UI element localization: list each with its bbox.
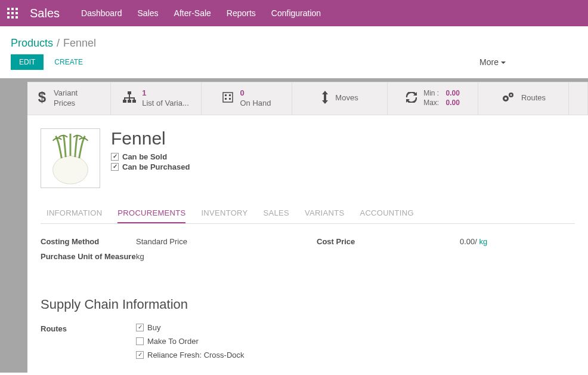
max-label: Max: bbox=[423, 99, 444, 108]
svg-rect-18 bbox=[134, 97, 135, 100]
tab-variants[interactable]: VARIANTS bbox=[305, 204, 344, 223]
route-mto-checkbox[interactable] bbox=[136, 337, 144, 345]
svg-rect-20 bbox=[225, 94, 227, 96]
svg-rect-2 bbox=[16, 8, 18, 10]
svg-rect-8 bbox=[16, 16, 18, 19]
more-button[interactable]: More bbox=[479, 57, 506, 67]
can-be-purchased-checkbox[interactable] bbox=[111, 163, 119, 171]
content-wrap: $ Variant Prices 1 List of Varia... 0 bbox=[0, 78, 588, 373]
product-name: Fennel bbox=[111, 128, 190, 149]
cogs-icon bbox=[501, 91, 515, 105]
stat-label: On Hand bbox=[240, 99, 271, 109]
app-brand: Sales bbox=[30, 7, 60, 20]
stat-moves[interactable]: Moves bbox=[292, 82, 388, 115]
more-label: More bbox=[479, 57, 499, 67]
costing-method-value: Standard Price bbox=[136, 237, 187, 246]
svg-rect-6 bbox=[7, 16, 10, 19]
svg-rect-4 bbox=[11, 12, 14, 14]
procurement-fields: Costing Method Standard Price Purchase U… bbox=[41, 237, 575, 267]
stat-routes[interactable]: Routes bbox=[478, 82, 569, 115]
breadcrumb-current: Fennel bbox=[63, 37, 96, 50]
stat-on-hand[interactable]: 0 On Hand bbox=[202, 82, 292, 115]
purchase-uom-value: kg bbox=[136, 252, 144, 261]
max-value: 0.00 bbox=[445, 99, 459, 108]
svg-rect-19 bbox=[223, 93, 233, 102]
cost-price-value: 0.00/ bbox=[460, 237, 479, 246]
min-value: 0.00 bbox=[445, 89, 459, 99]
tab-information[interactable]: INFORMATION bbox=[47, 204, 102, 223]
apps-icon[interactable] bbox=[7, 8, 18, 19]
stat-minmax[interactable]: Min : 0.00 Max: 0.00 bbox=[388, 82, 478, 115]
route-crossdock-label: Reliance Fresh: Cross-Dock bbox=[147, 351, 245, 359]
route-mto-label: Make To Order bbox=[147, 337, 199, 346]
purchase-uom-label: Purchase Unit of Measure bbox=[41, 252, 136, 261]
stat-label: Variant Prices bbox=[54, 88, 101, 109]
svg-rect-17 bbox=[129, 97, 130, 100]
svg-rect-21 bbox=[229, 94, 231, 96]
stat-label: Moves bbox=[335, 93, 358, 103]
chevron-down-icon bbox=[501, 57, 506, 67]
tab-procurements[interactable]: PROCUREMENTS bbox=[117, 204, 185, 223]
svg-text:$: $ bbox=[38, 90, 47, 104]
action-row: EDIT CREATE More bbox=[0, 54, 588, 78]
stat-num: 1 bbox=[142, 88, 189, 99]
svg-rect-16 bbox=[124, 97, 125, 100]
route-crossdock-checkbox[interactable] bbox=[136, 351, 144, 359]
min-label: Min : bbox=[423, 89, 444, 99]
nav-sales[interactable]: Sales bbox=[138, 8, 159, 18]
create-button[interactable]: CREATE bbox=[54, 58, 83, 66]
svg-rect-14 bbox=[129, 94, 130, 97]
top-nav: Dashboard Sales After-Sale Reports Confi… bbox=[81, 8, 321, 18]
nav-after-sale[interactable]: After-Sale bbox=[174, 8, 211, 18]
tab-accounting[interactable]: ACCOUNTING bbox=[360, 204, 413, 223]
refresh-icon bbox=[406, 92, 417, 104]
routes-label: Routes bbox=[41, 323, 136, 359]
supply-chain-title: Supply Chain Information bbox=[41, 297, 575, 312]
cost-price-unit[interactable]: kg bbox=[479, 237, 488, 246]
svg-rect-22 bbox=[225, 98, 227, 100]
stat-list-variants[interactable]: 1 List of Varia... bbox=[111, 82, 202, 115]
svg-rect-11 bbox=[123, 100, 126, 103]
svg-point-25 bbox=[505, 97, 507, 100]
svg-rect-0 bbox=[7, 8, 10, 10]
svg-rect-7 bbox=[11, 16, 14, 19]
svg-rect-5 bbox=[16, 12, 18, 14]
breadcrumb: Products / Fennel bbox=[0, 26, 588, 54]
svg-rect-10 bbox=[128, 91, 131, 94]
stat-bar: $ Variant Prices 1 List of Varia... 0 bbox=[27, 82, 588, 115]
dollar-icon: $ bbox=[37, 90, 48, 106]
tab-inventory[interactable]: INVENTORY bbox=[201, 204, 247, 223]
nav-configuration[interactable]: Configuration bbox=[271, 8, 321, 18]
building-icon bbox=[222, 91, 234, 105]
nav-reports[interactable]: Reports bbox=[227, 8, 256, 18]
topbar: Sales Dashboard Sales After-Sale Reports… bbox=[0, 0, 588, 26]
svg-rect-13 bbox=[132, 100, 136, 103]
edit-button[interactable]: EDIT bbox=[11, 54, 44, 70]
breadcrumb-separator: / bbox=[57, 37, 60, 50]
stat-num: 0 bbox=[240, 88, 271, 99]
stat-variant-prices[interactable]: $ Variant Prices bbox=[27, 82, 111, 115]
svg-point-27 bbox=[510, 94, 512, 96]
costing-method-label: Costing Method bbox=[41, 237, 136, 246]
stat-label: List of Varia... bbox=[142, 99, 189, 109]
svg-rect-3 bbox=[7, 12, 10, 14]
route-buy-label: Buy bbox=[147, 323, 160, 332]
can-be-sold-checkbox[interactable] bbox=[111, 153, 119, 161]
can-be-purchased-label: Can be Purchased bbox=[122, 162, 190, 171]
arrows-vertical-icon bbox=[321, 91, 329, 106]
route-buy-checkbox[interactable] bbox=[136, 324, 144, 331]
tab-sales[interactable]: SALES bbox=[264, 204, 289, 223]
content-inner: $ Variant Prices 1 List of Varia... 0 bbox=[27, 82, 588, 373]
stat-label: Routes bbox=[521, 93, 546, 103]
form-area: Fennel Can be Sold Can be Purchased INFO… bbox=[27, 115, 588, 373]
nav-dashboard[interactable]: Dashboard bbox=[81, 8, 122, 18]
routes-section: Routes Buy Make To Order Reliance Fresh:… bbox=[41, 323, 575, 359]
breadcrumb-products[interactable]: Products bbox=[11, 37, 53, 50]
product-image[interactable] bbox=[41, 128, 100, 188]
cost-price-label: Cost Price bbox=[317, 237, 412, 246]
svg-rect-1 bbox=[11, 8, 14, 10]
can-be-sold-label: Can be Sold bbox=[122, 152, 167, 161]
tabs: INFORMATION PROCUREMENTS INVENTORY SALES… bbox=[41, 204, 575, 224]
svg-point-28 bbox=[53, 156, 88, 184]
sitemap-icon bbox=[123, 91, 136, 105]
